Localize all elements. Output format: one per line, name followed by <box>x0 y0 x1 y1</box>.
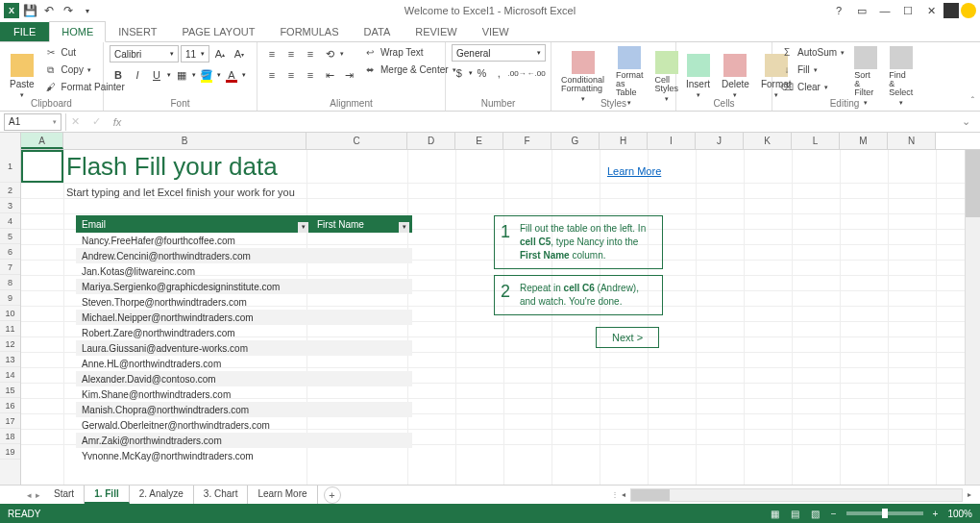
row-header-4[interactable]: 4 <box>0 213 20 229</box>
decrease-indent-button[interactable]: ⇤ <box>321 66 338 84</box>
hscroll-right-icon[interactable]: ▸ <box>963 488 976 502</box>
decrease-decimal-button[interactable]: ←.00 <box>527 64 545 82</box>
accounting-button[interactable]: $ <box>452 64 467 82</box>
table-row[interactable]: Amr.Zaki@northwindtraders.com <box>76 433 412 448</box>
view-page-layout-icon[interactable]: ▤ <box>789 509 801 519</box>
zoom-in-icon[interactable]: + <box>931 509 941 519</box>
font-color-dropdown[interactable]: ▾ <box>242 71 246 79</box>
column-header-L[interactable]: L <box>792 133 840 149</box>
column-header-F[interactable]: F <box>503 133 551 149</box>
row-header-3[interactable]: 3 <box>0 198 20 213</box>
cancel-formula-icon[interactable]: ✕ <box>66 113 84 131</box>
next-button[interactable]: Next > <box>596 327 659 348</box>
align-top-button[interactable]: ≡ <box>263 45 281 62</box>
collapse-ribbon-icon[interactable]: ˆ <box>971 96 974 107</box>
tab-insert[interactable]: INSERT <box>106 21 169 41</box>
align-right-button[interactable]: ≡ <box>302 66 319 84</box>
column-header-N[interactable]: N <box>888 133 936 149</box>
bold-button[interactable]: B <box>110 66 127 84</box>
column-header-J[interactable]: J <box>696 133 744 149</box>
row-header-17[interactable]: 17 <box>0 413 20 429</box>
row-header-19[interactable]: 19 <box>0 444 20 460</box>
row-header-16[interactable]: 16 <box>0 398 20 413</box>
zoom-slider[interactable] <box>846 511 923 515</box>
font-name-select[interactable]: Calibri▾ <box>110 45 179 62</box>
column-header-G[interactable]: G <box>551 133 600 149</box>
align-bottom-button[interactable]: ≡ <box>302 45 319 62</box>
orientation-dropdown[interactable]: ▾ <box>340 50 344 58</box>
row-header-18[interactable]: 18 <box>0 429 20 444</box>
row-header-6[interactable]: 6 <box>0 244 20 260</box>
maximize-icon[interactable]: ☐ <box>897 2 919 19</box>
fill-color-dropdown[interactable]: ▾ <box>217 71 221 79</box>
fill-button[interactable]: ↓Fill ▾ <box>778 62 846 78</box>
add-sheet-button[interactable]: + <box>324 486 341 504</box>
filter-email-icon[interactable]: ▾ <box>298 222 308 233</box>
table-row[interactable]: Yvnonne.McKay@northwindtraders.com <box>76 448 412 463</box>
tab-formulas[interactable]: FORMULAS <box>267 21 351 41</box>
table-row[interactable]: Andrew.Cencini@northwindtraders.com <box>76 248 412 263</box>
name-box[interactable]: A1▾ <box>4 113 61 131</box>
increase-font-button[interactable]: A▴ <box>211 45 229 62</box>
tab-file[interactable]: FILE <box>0 22 49 41</box>
column-header-M[interactable]: M <box>840 133 888 149</box>
italic-button[interactable]: I <box>129 66 146 84</box>
user-avatar-1[interactable] <box>943 3 959 18</box>
minimize-icon[interactable]: — <box>874 2 895 19</box>
hscroll-left-icon[interactable]: ◂ <box>617 488 630 502</box>
table-row[interactable]: Jan.Kotas@litwareinc.com <box>76 263 412 279</box>
table-row[interactable]: Laura.Giussani@adventure-works.com <box>76 340 412 356</box>
enter-formula-icon[interactable]: ✓ <box>87 113 105 131</box>
accounting-dropdown[interactable]: ▾ <box>469 69 473 77</box>
column-header-I[interactable]: I <box>648 133 696 149</box>
row-header-1[interactable]: 1 <box>0 150 20 183</box>
sheet-tab-3-chart[interactable]: 3. Chart <box>194 486 249 504</box>
column-header-K[interactable]: K <box>744 133 792 149</box>
horizontal-scrollbar[interactable]: ⋮ ◂ ▸ <box>611 487 976 502</box>
row-header-11[interactable]: 11 <box>0 321 20 336</box>
table-row[interactable]: Robert.Zare@northwindtraders.com <box>76 325 412 340</box>
cell-area[interactable]: Flash Fill your data Start typing and le… <box>21 150 965 485</box>
align-middle-button[interactable]: ≡ <box>282 45 300 62</box>
formula-input[interactable] <box>130 113 955 131</box>
font-color-button[interactable]: A <box>223 66 240 84</box>
expand-formula-bar-icon[interactable]: ⌄ <box>959 115 972 128</box>
table-row[interactable]: Steven.Thorpe@northwindtraders.com <box>76 294 412 310</box>
row-header-8[interactable]: 8 <box>0 275 20 290</box>
table-row[interactable]: Kim.Shane@northwindtraders.com <box>76 386 412 402</box>
redo-icon[interactable]: ↷ <box>60 2 77 19</box>
sheet-tab-2-analyze[interactable]: 2. Analyze <box>130 486 194 504</box>
tab-view[interactable]: VIEW <box>470 21 522 41</box>
table-row[interactable]: Nancy.FreeHafer@fourthcoffee.com <box>76 233 412 248</box>
comma-button[interactable]: , <box>491 64 506 82</box>
hscroll-track[interactable] <box>630 488 963 502</box>
row-header-9[interactable]: 9 <box>0 290 20 306</box>
tab-review[interactable]: REVIEW <box>403 21 469 41</box>
help-icon[interactable]: ? <box>828 2 849 19</box>
increase-indent-button[interactable]: ⇥ <box>340 66 357 84</box>
ribbon-options-icon[interactable]: ▭ <box>851 2 872 19</box>
percent-button[interactable]: % <box>475 64 490 82</box>
row-header-12[interactable]: 12 <box>0 336 20 352</box>
table-row[interactable]: Anne.HL@northwindtraders.com <box>76 356 412 371</box>
tab-page-layout[interactable]: PAGE LAYOUT <box>169 21 267 41</box>
column-header-H[interactable]: H <box>600 133 648 149</box>
fill-color-button[interactable]: 🪣 <box>198 66 215 84</box>
font-size-select[interactable]: 11▾ <box>181 45 209 62</box>
column-header-C[interactable]: C <box>306 133 407 149</box>
column-header-E[interactable]: E <box>455 133 503 149</box>
row-header-14[interactable]: 14 <box>0 367 20 383</box>
select-all-corner[interactable] <box>0 133 21 150</box>
zoom-thumb[interactable] <box>882 509 888 518</box>
row-header-7[interactable]: 7 <box>0 260 20 275</box>
row-header-10[interactable]: 10 <box>0 306 20 321</box>
row-header-2[interactable]: 2 <box>0 183 20 198</box>
underline-button[interactable]: U <box>148 66 165 84</box>
merge-center-button[interactable]: ⬌Merge & Center ▾ <box>361 62 458 78</box>
border-dropdown[interactable]: ▾ <box>192 71 196 79</box>
save-icon[interactable]: 💾 <box>21 2 38 19</box>
sheet-nav-prev-icon[interactable]: ◂ <box>27 490 32 500</box>
tab-data[interactable]: DATA <box>352 21 404 41</box>
sheet-tab-learn-more[interactable]: Learn More <box>248 486 317 504</box>
number-format-select[interactable]: General▾ <box>452 44 546 62</box>
